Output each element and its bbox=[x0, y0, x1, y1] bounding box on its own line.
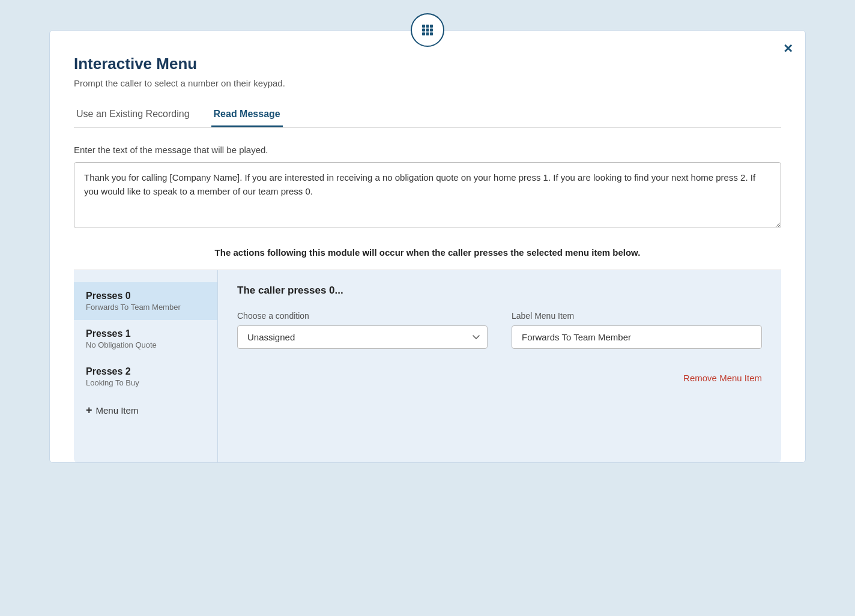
menu-item-press1[interactable]: Presses 1 No Obligation Quote bbox=[74, 320, 217, 358]
menu-detail-footer: Remove Menu Item bbox=[237, 373, 762, 395]
svg-rect-6 bbox=[422, 32, 425, 35]
label-field-group: Label Menu Item bbox=[512, 311, 762, 349]
add-menu-item-button[interactable]: + Menu Item bbox=[74, 396, 217, 425]
condition-label: Choose a condition bbox=[237, 311, 488, 321]
menu-item-press0-title: Presses 0 bbox=[86, 291, 205, 301]
remove-menu-item-button[interactable]: Remove Menu Item bbox=[683, 373, 762, 383]
modal-title: Interactive Menu bbox=[74, 55, 781, 73]
svg-rect-4 bbox=[426, 29, 429, 32]
menu-item-press2-title: Presses 2 bbox=[86, 366, 205, 377]
svg-rect-5 bbox=[430, 29, 433, 32]
add-menu-label: Menu Item bbox=[96, 405, 139, 415]
message-section-label: Enter the text of the message that will … bbox=[74, 145, 781, 155]
svg-rect-0 bbox=[422, 25, 425, 28]
condition-field-group: Choose a condition Unassigned bbox=[237, 311, 488, 349]
detail-fields: Choose a condition Unassigned Label Menu… bbox=[237, 311, 762, 349]
svg-rect-7 bbox=[426, 32, 429, 35]
tab-read-message[interactable]: Read Message bbox=[211, 103, 283, 127]
menu-item-press1-title: Presses 1 bbox=[86, 328, 205, 339]
plus-icon: + bbox=[86, 404, 92, 417]
modal-wrapper: ✕ Interactive Menu Prompt the caller to … bbox=[49, 30, 806, 463]
tab-bar: Use an Existing Recording Read Message bbox=[74, 103, 781, 128]
modal-container: ✕ Interactive Menu Prompt the caller to … bbox=[49, 30, 806, 463]
menu-list: Presses 0 Forwards To Team Member Presse… bbox=[74, 270, 218, 462]
menu-item-press1-sub: No Obligation Quote bbox=[86, 340, 205, 349]
svg-rect-3 bbox=[422, 29, 425, 32]
label-field-input[interactable] bbox=[512, 325, 762, 349]
close-button[interactable]: ✕ bbox=[783, 43, 793, 55]
tab-existing-recording[interactable]: Use an Existing Recording bbox=[74, 103, 192, 127]
menu-item-press0-sub: Forwards To Team Member bbox=[86, 303, 205, 312]
menu-section: Presses 0 Forwards To Team Member Presse… bbox=[74, 270, 781, 462]
menu-detail-panel: The caller presses 0... Choose a conditi… bbox=[218, 270, 781, 462]
svg-rect-8 bbox=[430, 32, 433, 35]
menu-item-press2-sub: Looking To Buy bbox=[86, 378, 205, 387]
menu-item-press2[interactable]: Presses 2 Looking To Buy bbox=[74, 358, 217, 396]
message-textarea[interactable] bbox=[74, 162, 781, 228]
condition-select[interactable]: Unassigned bbox=[237, 325, 488, 349]
modal-header-icon bbox=[411, 13, 444, 47]
modal-subtitle: Prompt the caller to select a number on … bbox=[74, 78, 781, 88]
actions-note: The actions following this module will o… bbox=[74, 247, 781, 270]
detail-title: The caller presses 0... bbox=[237, 285, 762, 297]
svg-rect-1 bbox=[426, 25, 429, 28]
label-field-label: Label Menu Item bbox=[512, 311, 762, 321]
menu-item-press0[interactable]: Presses 0 Forwards To Team Member bbox=[74, 282, 217, 320]
svg-rect-2 bbox=[430, 25, 433, 28]
